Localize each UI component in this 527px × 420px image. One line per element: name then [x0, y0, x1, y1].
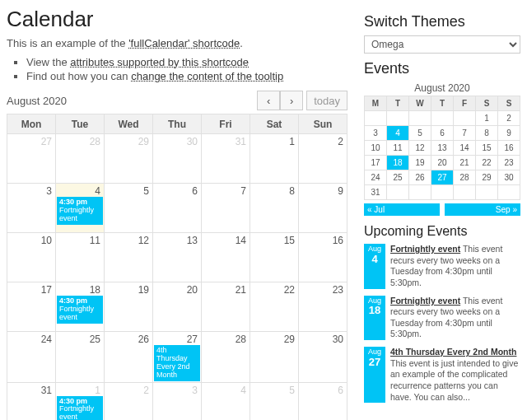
calendar-cell[interactable]: 5	[105, 184, 153, 233]
calendar-cell[interactable]: 2	[299, 134, 347, 184]
mini-cell[interactable]	[431, 185, 454, 200]
calendar-cell[interactable]: 8	[250, 184, 299, 233]
mini-cell[interactable]: 27	[431, 170, 454, 185]
mini-cell[interactable]: 5	[409, 126, 431, 141]
today-button[interactable]: today	[306, 91, 347, 110]
calendar-cell[interactable]: 30	[153, 134, 202, 184]
mini-cell[interactable]: 15	[476, 141, 498, 156]
mini-cell[interactable]	[454, 111, 476, 126]
calendar-event[interactable]: 4:30 pmFortnightly event	[57, 396, 103, 420]
mini-next[interactable]: Sep »	[445, 203, 520, 216]
calendar-event[interactable]: 4:30 pmFortnightly event	[57, 296, 103, 324]
mini-cell[interactable]: 9	[498, 126, 520, 141]
mini-cell[interactable]: 6	[431, 126, 454, 141]
calendar-cell[interactable]: 3	[7, 184, 56, 233]
upcoming-link[interactable]: Fortnightly event	[390, 296, 460, 306]
calendar-cell[interactable]: 9	[299, 184, 347, 233]
calendar-cell[interactable]: 13	[153, 233, 202, 282]
calendar-cell[interactable]: 4	[202, 382, 250, 420]
theme-select[interactable]: Omega	[364, 35, 520, 54]
intro-link[interactable]: 'fullCalendar' shortcode	[128, 37, 240, 49]
calendar-cell[interactable]: 26	[105, 332, 153, 383]
intro-bullet-link[interactable]: change the content of the tooltip	[131, 70, 283, 82]
next-button[interactable]: ›	[280, 91, 303, 110]
mini-cell[interactable]: 16	[498, 141, 520, 156]
calendar-cell[interactable]: 25	[56, 332, 105, 383]
mini-cell[interactable]	[431, 111, 454, 126]
calendar-cell[interactable]: 274th Thursday Every 2nd Month	[153, 332, 202, 383]
mini-cell[interactable]: 25	[387, 170, 409, 185]
calendar-cell[interactable]: 2	[105, 382, 153, 420]
mini-cell[interactable]: 24	[365, 170, 387, 185]
calendar-cell[interactable]: 6	[153, 184, 202, 233]
mini-cell[interactable]: 31	[365, 185, 387, 200]
calendar-cell[interactable]: 24	[7, 332, 56, 383]
calendar-cell[interactable]: 15	[250, 233, 299, 282]
mini-cell[interactable]: 12	[409, 141, 431, 156]
mini-cell[interactable]: 29	[476, 170, 498, 185]
mini-cell[interactable]: 8	[476, 126, 498, 141]
mini-cell[interactable]	[498, 185, 520, 200]
mini-cell[interactable]: 18	[387, 156, 409, 170]
mini-cell[interactable]	[409, 185, 431, 200]
calendar-cell[interactable]: 3	[153, 382, 202, 420]
mini-cell[interactable]	[476, 185, 498, 200]
mini-cell[interactable]	[454, 185, 476, 200]
calendar-cell[interactable]: 21	[202, 282, 250, 332]
calendar-event[interactable]: 4:30 pmFortnightly event	[57, 197, 103, 225]
mini-cell[interactable]: 3	[365, 126, 387, 141]
calendar-cell[interactable]: 28	[56, 134, 105, 184]
calendar-cell[interactable]: 29	[105, 134, 153, 184]
calendar-cell[interactable]: 16	[299, 233, 347, 282]
calendar-cell[interactable]: 44:30 pmFortnightly event	[56, 184, 105, 233]
mini-cell[interactable]: 7	[454, 126, 476, 141]
mini-cell[interactable]: 21	[454, 156, 476, 170]
calendar-cell[interactable]: 31	[202, 134, 250, 184]
calendar-cell[interactable]: 20	[153, 282, 202, 332]
mini-cell[interactable]: 13	[431, 141, 454, 156]
mini-cell[interactable]: 19	[409, 156, 431, 170]
upcoming-link[interactable]: Fortnightly event	[390, 244, 460, 254]
calendar-cell[interactable]: 1	[250, 134, 299, 184]
calendar-cell[interactable]: 29	[250, 332, 299, 383]
mini-cell[interactable]: 22	[476, 156, 498, 170]
calendar-cell[interactable]: 17	[7, 282, 56, 332]
calendar-cell[interactable]: 22	[250, 282, 299, 332]
calendar-cell[interactable]: 184:30 pmFortnightly event	[56, 282, 105, 332]
mini-cell[interactable]: 30	[498, 170, 520, 185]
calendar-cell[interactable]: 7	[202, 184, 250, 233]
mini-prev[interactable]: « Jul	[364, 203, 440, 216]
calendar-cell[interactable]: 30	[299, 332, 347, 383]
calendar-cell[interactable]: 19	[105, 282, 153, 332]
calendar-cell[interactable]: 31	[7, 382, 56, 420]
mini-cell[interactable]	[387, 111, 409, 126]
mini-cell[interactable]: 2	[498, 111, 520, 126]
mini-cell[interactable]: 1	[476, 111, 498, 126]
upcoming-link[interactable]: 4th Thursday Every 2nd Month	[390, 347, 516, 357]
mini-cell[interactable]	[387, 185, 409, 200]
prev-button[interactable]: ‹	[257, 91, 280, 110]
mini-cell[interactable]	[365, 111, 387, 126]
calendar-cell[interactable]: 23	[299, 282, 347, 332]
mini-cell[interactable]: 26	[409, 170, 431, 185]
mini-cell[interactable]	[409, 111, 431, 126]
mini-cell[interactable]: 17	[365, 156, 387, 170]
calendar-cell[interactable]: 6	[299, 382, 347, 420]
mini-cell[interactable]: 4	[387, 126, 409, 141]
mini-cell[interactable]: 20	[431, 156, 454, 170]
mini-cell[interactable]: 10	[365, 141, 387, 156]
mini-cell[interactable]: 11	[387, 141, 409, 156]
mini-cell[interactable]: 28	[454, 170, 476, 185]
calendar-cell[interactable]: 5	[250, 382, 299, 420]
calendar-cell[interactable]: 27	[7, 134, 56, 184]
mini-cell[interactable]: 23	[498, 156, 520, 170]
mini-cell[interactable]: 14	[454, 141, 476, 156]
calendar-cell[interactable]: 14:30 pmFortnightly event	[56, 382, 105, 420]
calendar-event[interactable]: 4th Thursday Every 2nd Month	[154, 345, 200, 381]
calendar-cell[interactable]: 14	[202, 233, 250, 282]
calendar-cell[interactable]: 28	[202, 332, 250, 383]
intro-bullet-link[interactable]: attributes supported by this shortcode	[70, 56, 249, 68]
calendar-cell[interactable]: 10	[7, 233, 56, 282]
calendar-cell[interactable]: 12	[105, 233, 153, 282]
calendar-cell[interactable]: 11	[56, 233, 105, 282]
